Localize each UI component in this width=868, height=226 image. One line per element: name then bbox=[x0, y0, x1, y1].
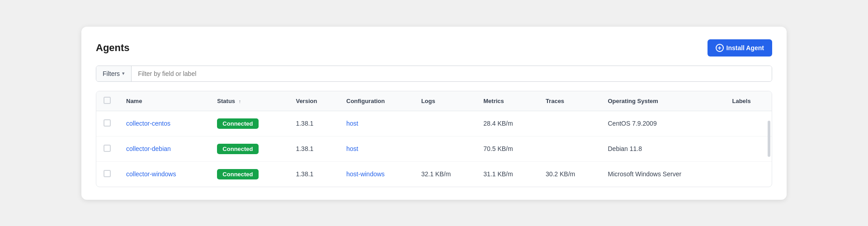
row-configuration: host bbox=[339, 111, 414, 136]
agent-name-link[interactable]: collector-windows bbox=[126, 170, 176, 178]
status-badge: Connected bbox=[217, 118, 258, 129]
row-os: Microsoft Windows Server bbox=[601, 161, 725, 187]
table-row: collector-windowsConnected1.38.1host-win… bbox=[96, 161, 772, 187]
row-labels bbox=[725, 111, 772, 136]
header-checkbox[interactable] bbox=[104, 97, 111, 104]
plus-circle-icon: + bbox=[716, 44, 724, 52]
filter-input[interactable] bbox=[132, 66, 772, 81]
row-name: collector-windows bbox=[119, 161, 210, 187]
row-configuration: host-windows bbox=[339, 161, 414, 187]
col-header-metrics: Metrics bbox=[476, 91, 538, 111]
agent-name-link[interactable]: collector-centos bbox=[126, 120, 170, 127]
col-header-configuration: Configuration bbox=[339, 91, 414, 111]
row-checkbox[interactable] bbox=[104, 170, 111, 177]
row-checkbox-cell bbox=[96, 136, 119, 161]
col-header-labels: Labels bbox=[725, 91, 772, 111]
agents-table: Name Status ↑ Version Configuration Logs… bbox=[96, 91, 772, 187]
row-labels bbox=[725, 136, 772, 161]
row-checkbox[interactable] bbox=[104, 145, 111, 152]
row-checkbox[interactable] bbox=[104, 119, 111, 127]
col-header-logs: Logs bbox=[414, 91, 476, 111]
row-configuration: host bbox=[339, 136, 414, 161]
row-metrics: 70.5 KB/m bbox=[476, 136, 538, 161]
table-row: collector-debianConnected1.38.1host70.5 … bbox=[96, 136, 772, 161]
row-os: CentOS 7.9.2009 bbox=[601, 111, 725, 136]
col-header-traces: Traces bbox=[538, 91, 601, 111]
row-name: collector-centos bbox=[119, 111, 210, 136]
row-status: Connected bbox=[210, 111, 288, 136]
header-row: Agents + Install Agent bbox=[96, 39, 772, 56]
row-metrics: 31.1 KB/m bbox=[476, 161, 538, 187]
table-row: collector-centosConnected1.38.1host28.4 … bbox=[96, 111, 772, 136]
table-header: Name Status ↑ Version Configuration Logs… bbox=[96, 91, 772, 111]
col-header-name: Name bbox=[119, 91, 210, 111]
row-metrics: 28.4 KB/m bbox=[476, 111, 538, 136]
row-checkbox-cell bbox=[96, 161, 119, 187]
configuration-link[interactable]: host bbox=[346, 120, 358, 127]
install-agent-label: Install Agent bbox=[726, 44, 764, 52]
scrollbar[interactable] bbox=[768, 121, 770, 157]
status-badge: Connected bbox=[217, 144, 258, 154]
row-status: Connected bbox=[210, 136, 288, 161]
filters-button[interactable]: Filters ▾ bbox=[96, 66, 132, 81]
row-version: 1.38.1 bbox=[288, 136, 339, 161]
row-version: 1.38.1 bbox=[288, 161, 339, 187]
chevron-down-icon: ▾ bbox=[122, 71, 125, 76]
sort-arrow-icon: ↑ bbox=[239, 99, 241, 104]
col-header-os: Operating System bbox=[601, 91, 725, 111]
status-badge: Connected bbox=[217, 169, 258, 179]
row-logs bbox=[414, 111, 476, 136]
agent-name-link[interactable]: collector-debian bbox=[126, 145, 171, 152]
configuration-link[interactable]: host bbox=[346, 145, 358, 152]
filters-label: Filters bbox=[103, 70, 120, 77]
row-status: Connected bbox=[210, 161, 288, 187]
row-checkbox-cell bbox=[96, 111, 119, 136]
row-traces bbox=[538, 111, 601, 136]
row-os: Debian 11.8 bbox=[601, 136, 725, 161]
col-header-version: Version bbox=[288, 91, 339, 111]
agents-table-container: Name Status ↑ Version Configuration Logs… bbox=[96, 91, 772, 187]
header-checkbox-cell bbox=[96, 91, 119, 111]
table-body: collector-centosConnected1.38.1host28.4 … bbox=[96, 111, 772, 187]
row-version: 1.38.1 bbox=[288, 111, 339, 136]
install-agent-button[interactable]: + Install Agent bbox=[708, 39, 773, 56]
col-header-status[interactable]: Status ↑ bbox=[210, 91, 288, 111]
agents-card: Agents + Install Agent Filters ▾ Name St… bbox=[81, 27, 787, 200]
row-logs: 32.1 KB/m bbox=[414, 161, 476, 187]
row-traces bbox=[538, 136, 601, 161]
row-logs bbox=[414, 136, 476, 161]
page-title: Agents bbox=[96, 42, 130, 54]
filter-row: Filters ▾ bbox=[96, 66, 772, 82]
configuration-link[interactable]: host-windows bbox=[346, 170, 385, 178]
row-traces: 30.2 KB/m bbox=[538, 161, 601, 187]
row-labels bbox=[725, 161, 772, 187]
row-name: collector-debian bbox=[119, 136, 210, 161]
